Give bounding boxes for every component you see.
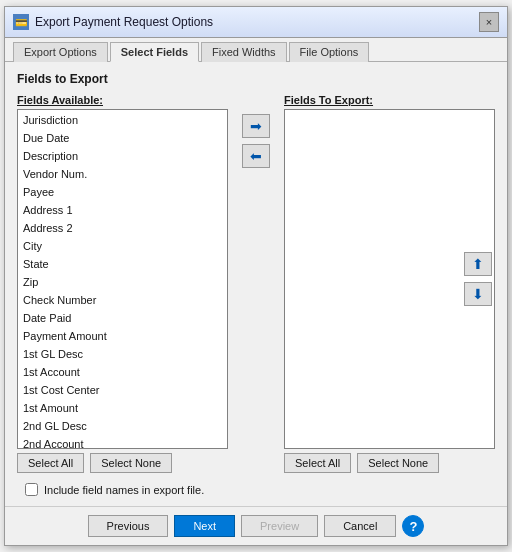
- left-select-all-button[interactable]: Select All: [17, 453, 84, 473]
- left-listbox[interactable]: JurisdictionDue DateDescriptionVendor Nu…: [17, 109, 228, 449]
- list-item[interactable]: Due Date: [19, 129, 226, 147]
- cancel-button[interactable]: Cancel: [324, 515, 396, 537]
- move-up-button[interactable]: ⬆: [464, 252, 492, 276]
- tab-select-fields[interactable]: Select Fields: [110, 42, 199, 62]
- list-item[interactable]: 2nd GL Desc: [19, 417, 226, 435]
- list-item[interactable]: Payment Amount: [19, 327, 226, 345]
- list-item[interactable]: 1st Account: [19, 363, 226, 381]
- list-item[interactable]: Vendor Num.: [19, 165, 226, 183]
- center-arrows: ➡ ⬅: [238, 114, 274, 168]
- move-down-button[interactable]: ⬇: [464, 282, 492, 306]
- list-item[interactable]: Description: [19, 147, 226, 165]
- right-listbox[interactable]: ⬆ ⬇: [284, 109, 495, 449]
- list-item[interactable]: State: [19, 255, 226, 273]
- list-item[interactable]: Address 1: [19, 201, 226, 219]
- left-panel-label: Fields Available:: [17, 94, 228, 106]
- tab-content: Fields to Export Fields Available: Juris…: [5, 62, 507, 506]
- footer: Previous Next Preview Cancel ?: [5, 506, 507, 545]
- tab-bar: Export Options Select Fields Fixed Width…: [5, 38, 507, 62]
- checkbox-label: Include field names in export file.: [44, 484, 204, 496]
- title-bar-left: 💳 Export Payment Request Options: [13, 14, 213, 30]
- right-select-all-button[interactable]: Select All: [284, 453, 351, 473]
- left-panel: Fields Available: JurisdictionDue DateDe…: [17, 94, 228, 473]
- section-title: Fields to Export: [17, 72, 495, 86]
- left-btn-row: Select All Select None: [17, 453, 228, 473]
- tab-fixed-widths[interactable]: Fixed Widths: [201, 42, 287, 62]
- right-panel: Fields To Export: ⬆ ⬇ Select All Select …: [284, 94, 495, 473]
- fields-container: Fields Available: JurisdictionDue DateDe…: [17, 94, 495, 473]
- help-button[interactable]: ?: [402, 515, 424, 537]
- preview-button[interactable]: Preview: [241, 515, 318, 537]
- list-item[interactable]: 1st Cost Center: [19, 381, 226, 399]
- include-field-names-checkbox[interactable]: [25, 483, 38, 496]
- checkbox-row: Include field names in export file.: [25, 483, 495, 496]
- list-item[interactable]: Payee: [19, 183, 226, 201]
- list-item[interactable]: 2nd Account: [19, 435, 226, 449]
- app-icon: 💳: [13, 14, 29, 30]
- previous-button[interactable]: Previous: [88, 515, 169, 537]
- list-item[interactable]: Address 2: [19, 219, 226, 237]
- tab-file-options[interactable]: File Options: [289, 42, 370, 62]
- move-left-button[interactable]: ⬅: [242, 144, 270, 168]
- list-item[interactable]: City: [19, 237, 226, 255]
- left-select-none-button[interactable]: Select None: [90, 453, 172, 473]
- close-button[interactable]: ×: [479, 12, 499, 32]
- main-window: 💳 Export Payment Request Options × Expor…: [4, 6, 508, 546]
- list-item[interactable]: Date Paid: [19, 309, 226, 327]
- title-bar: 💳 Export Payment Request Options ×: [5, 7, 507, 38]
- right-select-none-button[interactable]: Select None: [357, 453, 439, 473]
- tab-export-options[interactable]: Export Options: [13, 42, 108, 62]
- next-button[interactable]: Next: [174, 515, 235, 537]
- list-item[interactable]: Check Number: [19, 291, 226, 309]
- list-item[interactable]: 1st Amount: [19, 399, 226, 417]
- move-right-button[interactable]: ➡: [242, 114, 270, 138]
- window-title: Export Payment Request Options: [35, 15, 213, 29]
- list-item[interactable]: Jurisdiction: [19, 111, 226, 129]
- right-panel-label: Fields To Export:: [284, 94, 495, 106]
- list-item[interactable]: Zip: [19, 273, 226, 291]
- right-btn-row: Select All Select None: [284, 453, 495, 473]
- list-item[interactable]: 1st GL Desc: [19, 345, 226, 363]
